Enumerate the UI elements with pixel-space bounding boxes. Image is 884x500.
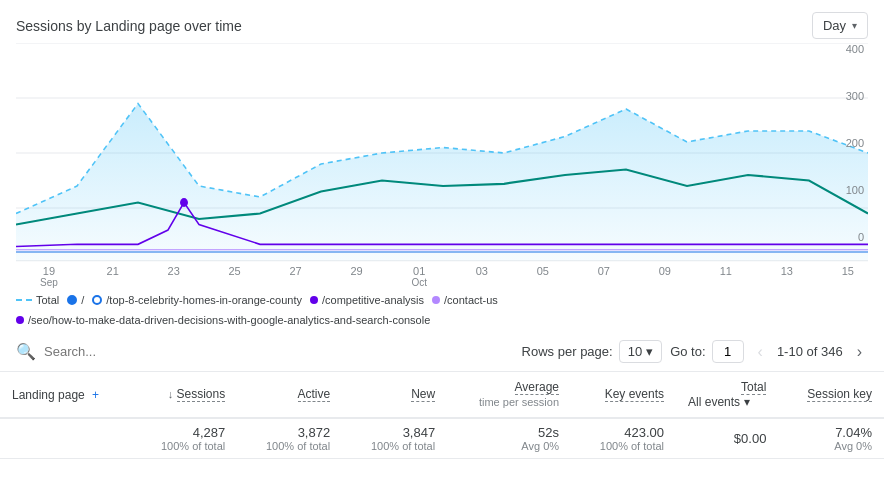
col-new[interactable]: New [342,372,447,418]
rows-dropdown-arrow: ▾ [646,344,653,359]
prev-page-button[interactable]: ‹ [752,341,769,363]
sort-desc-icon: ↓ [168,388,174,400]
rows-per-page-select[interactable]: 10 ▾ [619,340,662,363]
day-dropdown[interactable]: Day ▾ [812,12,868,39]
rows-per-page-value: 10 [628,344,642,359]
x-axis: 19Sep 21 23 25 27 29 01Oct 03 05 07 09 1… [0,263,884,288]
legend-seo-icon [16,316,24,324]
all-events-arrow: ▾ [744,395,750,409]
col-new-label: New [411,387,435,402]
search-icon: 🔍 [16,342,36,361]
totals-session-key: 7.04% Avg 0% [778,418,884,459]
table-header-row: Landing page + ↓ Sessions Active New Ave… [0,372,884,418]
legend-competitive-icon [310,296,318,304]
col-landing-page[interactable]: Landing page + [0,372,132,418]
page-header: Sessions by Landing page over time Day ▾ [0,0,884,43]
col-sessions[interactable]: ↓ Sessions [132,372,237,418]
area-fill [16,104,868,261]
page-info: 1-10 of 346 [777,344,843,359]
col-avg-sublabel: time per session [479,396,559,408]
legend-slash-icon [67,295,77,305]
dropdown-label: Day [823,18,846,33]
search-input[interactable] [44,344,514,359]
chart-legend: Total / /top-8-celebrity-homes-in-orange… [0,288,884,332]
data-table: Landing page + ↓ Sessions Active New Ave… [0,372,884,459]
legend-competitive: /competitive-analysis [310,294,424,306]
table-row-totals: 4,287 100% of total 3,872 100% of total … [0,418,884,459]
all-events-label: All events [688,395,740,409]
line-chart [16,43,868,263]
col-total[interactable]: Total All events ▾ [676,372,778,418]
totals-landing-page [0,418,132,459]
legend-seo: /seo/how-to-make-data-driven-decisions-w… [16,314,430,326]
legend-total: Total [16,294,59,306]
col-key-events[interactable]: Key events [571,372,676,418]
totals-key-events: 423.00 100% of total [571,418,676,459]
col-active-label: Active [298,387,331,402]
col-total-label: Total [741,380,766,395]
totals-total: $0.00 [676,418,778,459]
chart-area: 400 300 200 100 0 [16,43,868,263]
col-landing-page-label: Landing page [12,388,85,402]
y-axis: 400 300 200 100 0 [846,43,868,243]
legend-slash: / [67,294,84,306]
legend-celebrity: /top-8-celebrity-homes-in-orange-county [92,294,302,306]
all-events-dropdown[interactable]: All events ▾ [688,395,766,409]
search-bar: 🔍 Rows per page: 10 ▾ Go to: ‹ 1-10 of 3… [0,332,884,372]
totals-avg-time: 52s Avg 0% [447,418,571,459]
col-avg-label: Average [515,380,559,395]
totals-new: 3,847 100% of total [342,418,447,459]
next-page-button[interactable]: › [851,341,868,363]
rows-per-page-label: Rows per page: [522,344,613,359]
chevron-down-icon: ▾ [852,20,857,31]
goto-control: Go to: [670,340,743,363]
col-key-events-label: Key events [605,387,664,402]
goto-input[interactable] [712,340,744,363]
chart-title: Sessions by Landing page over time [16,18,242,34]
legend-contact-icon [432,296,440,304]
col-active[interactable]: Active [237,372,342,418]
legend-celebrity-icon [92,295,102,305]
tooltip-dot [180,198,188,207]
legend-contact: /contact-us [432,294,498,306]
totals-sessions: 4,287 100% of total [132,418,237,459]
col-sessions-label: Sessions [177,387,226,402]
goto-label: Go to: [670,344,705,359]
col-session-key-label: Session key [807,387,872,402]
legend-total-icon [16,299,32,301]
totals-active: 3,872 100% of total [237,418,342,459]
col-session-key[interactable]: Session key [778,372,884,418]
add-column-button[interactable]: + [92,388,99,402]
col-avg-time[interactable]: Average time per session [447,372,571,418]
rows-per-page-control: Rows per page: 10 ▾ [522,340,663,363]
